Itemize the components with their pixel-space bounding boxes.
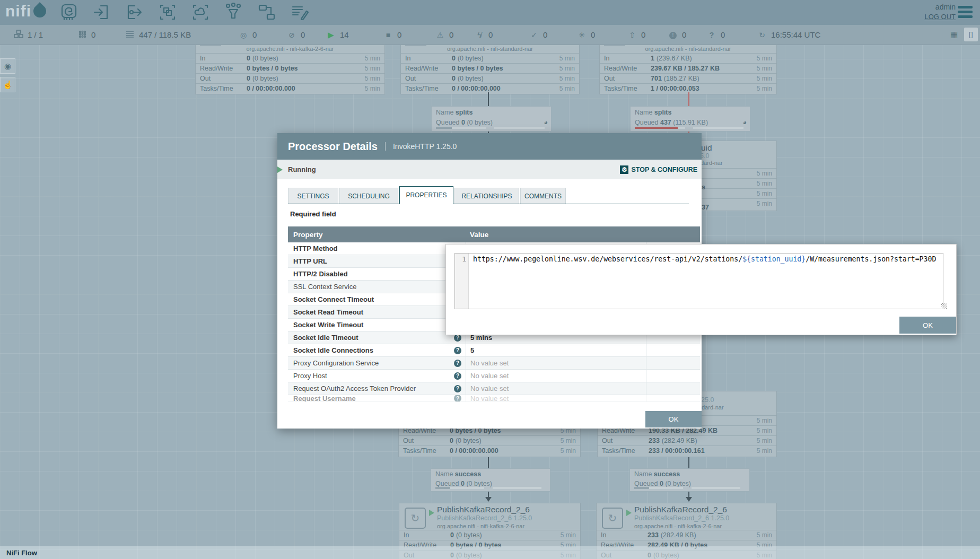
stop-and-configure-button[interactable]: ⚙ STOP & CONFIGURE [620, 165, 697, 174]
queued-icon [125, 30, 135, 39]
stale-icon: ⇧ [627, 31, 637, 39]
stopped-icon: ■ [383, 31, 393, 39]
property-value-editor-popup: 1 https://www.pegelonline.wsv.de/webserv… [445, 244, 957, 335]
connection-label-splits-right[interactable]: Name splits Queued 437 (115.91 KB) ◕ [630, 106, 750, 132]
value-editor[interactable]: 1 https://www.pegelonline.wsv.de/webserv… [454, 253, 943, 309]
stat-label: In [200, 55, 247, 62]
transmitting-icon: ◎ [239, 31, 248, 39]
tab-scheduling[interactable]: SCHEDULING [339, 188, 398, 204]
refresh-icon[interactable]: ↻ [757, 31, 767, 39]
add-template-button[interactable] [257, 3, 276, 22]
processor-bundle: org.apache.nifi - nifi-kafka-2-6-nar [634, 523, 722, 529]
dialog-header: Processor Details InvokeHTTP 1.25.0 [277, 133, 702, 160]
connection-label-success-right[interactable]: Name success Queued 0 (0 bytes) [629, 468, 750, 492]
processor-bundle: org.apache.nifi - nifi-standard-nar [600, 46, 776, 52]
help-icon: ? [454, 360, 461, 367]
load-balance-icon: ◕ [544, 118, 548, 126]
running-icon [429, 510, 434, 516]
processor-name: PublishKafkaRecord_2_6 [437, 505, 530, 514]
panel-view-button[interactable]: ▯ [964, 28, 978, 41]
editor-ok-button[interactable]: OK [899, 317, 956, 334]
tab-properties[interactable]: PROPERTIES [399, 186, 453, 204]
line-number-gutter: 1 [455, 254, 469, 309]
tab-settings[interactable]: SETTINGS [288, 188, 338, 204]
cluster-count: 1 / 1 [28, 30, 43, 39]
add-output-port-button[interactable] [125, 3, 144, 22]
tab-relationships[interactable]: RELATIONSHIPS [454, 188, 519, 204]
add-remote-process-group-button[interactable] [191, 3, 210, 22]
dialog-component-name: InvokeHTTP 1.25.0 [385, 142, 457, 151]
stat-label: Out [200, 75, 247, 82]
disabled-icon: ϟ̸ [475, 31, 484, 39]
global-menu-button[interactable] [958, 6, 973, 18]
gear-icon: ⚙ [620, 165, 628, 174]
add-funnel-button[interactable] [224, 3, 243, 22]
add-processor-button[interactable] [59, 3, 78, 22]
sync-failure-icon: ! [668, 30, 678, 39]
help-icon: ? [454, 372, 461, 380]
property-row[interactable]: Proxy Configuration Service?No value set [288, 357, 700, 370]
resize-handle-icon[interactable] [941, 303, 947, 309]
property-row[interactable]: Socket Idle Connections?5 [288, 344, 700, 357]
grid-icon: ▦ [950, 30, 958, 39]
stat-label: Read/Write [200, 65, 247, 72]
help-icon: ? [454, 395, 461, 402]
component-toolbar: nifi admin LOG OUT [0, 0, 980, 25]
invalid-icon: ⚠ [435, 31, 445, 39]
help-icon: ? [454, 347, 461, 354]
arrowhead-icon [485, 497, 492, 502]
remote-process-group-icon [191, 3, 210, 22]
add-input-port-button[interactable] [92, 3, 111, 22]
running-icon: ▶ [326, 30, 336, 40]
stat-label: Tasks/Time [200, 85, 247, 92]
nifi-drop-icon [31, 2, 49, 20]
current-user: admin [924, 3, 956, 11]
column-value: Value [466, 231, 700, 239]
breadcrumb-bar: NiFi Flow [0, 546, 980, 559]
template-icon [257, 3, 276, 22]
running-count: 14 [340, 30, 349, 39]
load-balance-icon: ◕ [742, 118, 747, 126]
processor-bundle: org.apache.nifi - nifi-kafka-2-6-nar [196, 46, 384, 52]
required-field-note: Required field [290, 210, 336, 218]
tab-comments[interactable]: COMMENTS [520, 188, 566, 204]
column-property: Property [288, 231, 466, 239]
hand-icon: ☝ [3, 80, 13, 90]
logout-link[interactable]: LOG OUT [924, 13, 956, 21]
processor-icon: ↻ [602, 508, 623, 529]
ports-grid-icon [77, 30, 87, 40]
flow-status-bar: 1 / 1 0 447 / 118.5 KB ◎0 ⊘0 ▶14 ■0 ⚠0 ϟ… [0, 25, 980, 45]
operate-palette-button[interactable]: ☝ [0, 77, 15, 92]
help-icon: ? [454, 385, 461, 392]
running-icon [626, 510, 632, 516]
editor-content[interactable]: https://www.pegelonline.wsv.de/webservic… [469, 254, 943, 309]
queued-count: 447 / 118.5 KB [139, 30, 191, 39]
grid-view-button[interactable]: ▦ [947, 28, 961, 41]
processor-name: PublishKafkaRecord_2_6 [634, 505, 727, 514]
dialog-title: Processor Details [288, 141, 378, 153]
property-row[interactable]: Request Username?No value set [288, 395, 700, 402]
navigate-palette-button[interactable]: ◉ [0, 58, 15, 74]
add-process-group-button[interactable] [158, 3, 177, 22]
processor-icon: ↻ [405, 508, 426, 529]
property-row[interactable]: Proxy Host?No value set [288, 370, 700, 382]
input-port-icon [92, 3, 111, 22]
stat-window: 5 min [365, 55, 380, 62]
breadcrumb[interactable]: NiFi Flow [6, 549, 37, 557]
processor-bundle: org.apache.nifi - nifi-standard-nar [401, 46, 579, 52]
label-icon [291, 3, 310, 22]
connection-label-splits-left[interactable]: Name splits Queued 0 (0 bytes) ◕ [431, 106, 552, 132]
locally-modified-icon: ✳ [577, 31, 587, 39]
process-group-icon [158, 3, 177, 22]
dialog-ok-button[interactable]: OK [645, 411, 702, 427]
dialog-status-row: Running ⚙ STOP & CONFIGURE [277, 160, 702, 179]
panel-icon: ▯ [969, 30, 973, 39]
processor-state: Running [288, 165, 316, 173]
add-label-button[interactable] [291, 3, 310, 22]
processor-bundle: org.apache.nifi - nifi-kafka-2-6-nar [437, 523, 524, 529]
property-row[interactable]: Request OAuth2 Access Token Provider?No … [288, 382, 700, 395]
cluster-icon [14, 30, 23, 40]
funnel-icon [224, 3, 243, 22]
up-to-date-icon: ✓ [529, 31, 539, 39]
connection-label-success-left[interactable]: Name success Queued 0 (0 bytes) [431, 468, 550, 492]
